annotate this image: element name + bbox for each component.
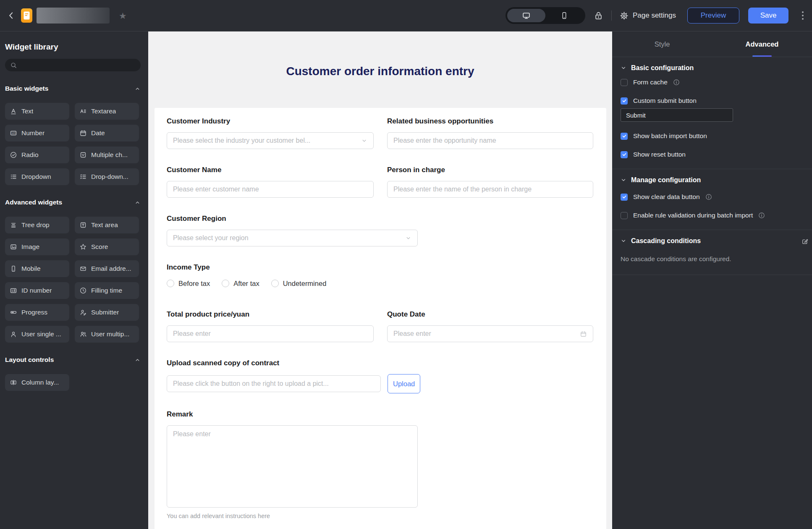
section-basic-configuration[interactable]: Basic configuration (621, 57, 804, 78)
contract-upload-input[interactable]: Please click the button on the right to … (167, 375, 381, 392)
save-button[interactable]: Save (748, 8, 788, 24)
progress-widget-icon (10, 309, 17, 316)
form-title[interactable]: Customer order information entry (148, 64, 612, 79)
submit-button-text-input[interactable] (621, 108, 733, 122)
advanced-widgets-grid: Tree drop Text area Image Score Mobile (5, 217, 139, 343)
tab-style[interactable]: Style (612, 31, 712, 57)
main-area: Widget library Basic widgets Text Textar… (0, 31, 812, 529)
income-type-radio-group: Before tax After tax Undetermined (167, 278, 594, 288)
back-chevron-icon (7, 11, 16, 20)
widget-tile-mobile[interactable]: Mobile (5, 260, 69, 277)
field-customer-industry[interactable]: Customer Industry Please select the indu… (167, 117, 374, 149)
widget-tile-filling-time[interactable]: Filling time (75, 282, 139, 299)
widget-tile-column-layout[interactable]: Column lay... (5, 374, 69, 391)
preview-button[interactable]: Preview (687, 8, 739, 24)
remark-textarea[interactable]: Please enter (167, 425, 418, 508)
radio-before-tax[interactable]: Before tax (167, 280, 210, 288)
field-customer-region[interactable]: Customer Region Please select your regio… (167, 215, 418, 246)
page-settings-button[interactable]: Page settings (620, 11, 676, 20)
field-income-type[interactable]: Income Type Before tax After tax Unde (167, 263, 594, 288)
widget-tile-progress[interactable]: Progress (5, 304, 69, 321)
batch-import-checkbox[interactable] (621, 133, 628, 140)
field-quote-date[interactable]: Quote Date Please enter (387, 310, 593, 342)
info-icon[interactable] (673, 79, 680, 86)
widget-tile-email-address[interactable]: Email addre... (75, 260, 139, 277)
reset-button-checkbox[interactable] (621, 151, 628, 158)
edit-icon[interactable] (802, 238, 809, 245)
info-icon[interactable] (705, 194, 712, 200)
upload-button[interactable]: Upload (388, 374, 420, 393)
section-label: Layout controls (5, 356, 54, 364)
radio-undetermined[interactable]: Undetermined (271, 280, 327, 288)
field-customer-name[interactable]: Customer Name Please enter customer name (167, 166, 374, 198)
customer-industry-select[interactable]: Please select the industry your customer… (167, 132, 374, 149)
field-total-price[interactable]: Total product price/yuan Please enter (167, 310, 374, 342)
opportunity-name-input[interactable]: Please enter the opportunity name (387, 132, 593, 149)
setting-batch-import: Show batch import button (621, 132, 804, 140)
form-cache-checkbox[interactable] (621, 79, 628, 86)
section-manage-configuration[interactable]: Manage configuration (621, 169, 804, 190)
search-icon (10, 62, 17, 69)
widget-tile-tree-drop[interactable]: Tree drop (5, 217, 69, 233)
widget-tile-dropdown[interactable]: Dropdown (5, 168, 69, 185)
form-canvas: Customer order information entry Custome… (148, 31, 612, 529)
desktop-view-toggle[interactable] (507, 9, 545, 22)
more-menu-icon[interactable] (800, 10, 805, 21)
text-area-widget-icon (79, 221, 87, 229)
rule-validation-checkbox[interactable] (621, 212, 628, 219)
widget-tile-score[interactable]: Score (75, 238, 139, 255)
chevron-down-icon (361, 138, 367, 144)
quote-date-input[interactable]: Please enter (387, 325, 593, 342)
person-in-charge-input[interactable]: Please enter the name of the person in c… (387, 181, 593, 198)
collapse-chevron-up-icon[interactable] (134, 199, 141, 206)
field-person-in-charge[interactable]: Person in charge Please enter the name o… (387, 166, 593, 198)
lock-icon[interactable] (594, 11, 603, 21)
widget-tile-text-area[interactable]: Text area (75, 217, 139, 233)
custom-submit-checkbox[interactable] (621, 97, 628, 105)
section-layout-controls[interactable]: Layout controls (5, 356, 141, 364)
widget-tile-date[interactable]: Date (75, 125, 139, 141)
field-related-opportunities[interactable]: Related business opportunities Please en… (387, 117, 593, 149)
form-row-3: Customer Region Please select your regio… (167, 215, 594, 246)
collapse-chevron-up-icon[interactable] (134, 357, 141, 363)
dropdown-multi-widget-icon (79, 173, 87, 181)
page-settings-label: Page settings (633, 11, 676, 20)
collapse-chevron-up-icon[interactable] (134, 86, 141, 92)
customer-region-select[interactable]: Please select your region (167, 230, 418, 246)
info-icon[interactable] (758, 212, 765, 219)
customer-name-input[interactable]: Please enter customer name (167, 181, 374, 198)
total-price-input[interactable]: Please enter (167, 325, 374, 342)
tab-advanced[interactable]: Advanced (712, 31, 812, 57)
chevron-down-icon (405, 235, 411, 241)
form-document-icon (21, 8, 32, 23)
widget-tile-image[interactable]: Image (5, 238, 69, 255)
widget-tile-multiple-choice[interactable]: Multiple ch... (75, 147, 139, 163)
radio-circle-icon (271, 280, 279, 287)
section-basic-widgets[interactable]: Basic widgets (5, 85, 141, 92)
form-row-2: Customer Name Please enter customer name… (167, 166, 594, 198)
section-cascading-conditions[interactable]: Cascading conditions (621, 230, 804, 251)
clear-data-checkbox[interactable] (621, 194, 628, 201)
mobile-view-toggle[interactable] (545, 9, 584, 22)
widget-tile-text[interactable]: Text (5, 103, 69, 120)
radio-after-tax[interactable]: After tax (222, 280, 259, 288)
widget-tile-textarea[interactable]: Textarea (75, 103, 139, 120)
form-row-1: Customer Industry Please select the indu… (167, 117, 594, 149)
widget-tile-user-multiple[interactable]: User multip... (75, 326, 139, 343)
widget-library-title: Widget library (5, 42, 141, 52)
widget-tile-user-single[interactable]: User single ... (5, 326, 69, 343)
text-widget-icon (10, 107, 17, 115)
star-icon[interactable]: ★ (119, 11, 127, 20)
setting-reset-button: Show reset button (621, 150, 804, 159)
device-toggle[interactable] (506, 7, 585, 24)
widget-search-input[interactable] (5, 59, 141, 71)
back-button[interactable] (6, 10, 17, 21)
widget-tile-submitter[interactable]: Submitter (75, 304, 139, 321)
field-label: Customer Region (167, 215, 418, 223)
section-advanced-widgets[interactable]: Advanced widgets (5, 199, 141, 206)
widget-tile-number[interactable]: 123 Number (5, 125, 69, 141)
image-widget-icon (10, 243, 17, 251)
widget-tile-radio[interactable]: Radio (5, 147, 69, 163)
widget-tile-dropdown-multi[interactable]: Drop-down... (75, 168, 139, 185)
widget-tile-id-number[interactable]: ID number (5, 282, 69, 299)
